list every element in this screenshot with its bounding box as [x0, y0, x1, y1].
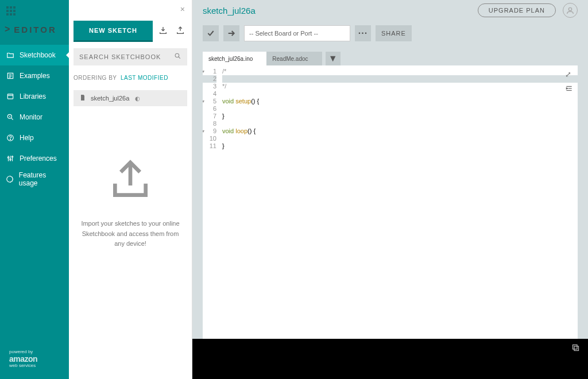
- svg-rect-1: [10, 6, 12, 9]
- sidebar-item-help[interactable]: Help: [0, 127, 69, 148]
- share-button[interactable]: SHARE: [376, 25, 412, 41]
- svg-rect-5: [13, 10, 16, 12]
- sketch-list-item[interactable]: sketch_jul26a ◐: [74, 90, 187, 106]
- new-sketch-button[interactable]: NEW SKETCH: [74, 21, 153, 40]
- code-line[interactable]: }: [222, 113, 578, 120]
- export-icon[interactable]: [173, 21, 187, 40]
- svg-rect-3: [6, 10, 9, 12]
- sketch-title: sketch_jul26a: [203, 6, 471, 16]
- list-icon: [6, 72, 15, 80]
- svg-point-24: [10, 159, 11, 160]
- svg-point-19: [10, 139, 11, 140]
- code-line[interactable]: [222, 105, 578, 113]
- svg-rect-7: [10, 13, 12, 16]
- code-line[interactable]: void setup() {: [222, 98, 578, 105]
- apps-icon[interactable]: [0, 0, 69, 18]
- brand-label: amazon: [9, 355, 63, 363]
- editor-side-controls: ⤢: [565, 70, 573, 94]
- code-line[interactable]: }: [222, 142, 578, 150]
- sidebar-item-monitor[interactable]: Monitor: [0, 107, 69, 127]
- code-area[interactable]: /**/void setup() { }void loop() { }: [219, 65, 578, 339]
- search-sketchbook[interactable]: [74, 48, 187, 65]
- sidebar-item-label: Sketchbook: [20, 51, 56, 59]
- svg-rect-34: [573, 345, 578, 350]
- upload-button[interactable]: [223, 25, 239, 41]
- sidebar-item-sketchbook[interactable]: Sketchbook: [0, 45, 69, 65]
- sidebar-item-label: Libraries: [20, 92, 46, 100]
- sketch-item-label: sketch_jul26a: [91, 95, 129, 102]
- close-panel-icon[interactable]: ×: [180, 5, 185, 14]
- line-number: 9: [203, 127, 216, 135]
- code-line[interactable]: /*: [222, 68, 578, 75]
- code-line[interactable]: [222, 135, 578, 142]
- line-number: 11: [203, 142, 216, 150]
- panel-toprow: NEW SKETCH: [74, 21, 187, 40]
- svg-rect-33: [574, 346, 579, 351]
- code-editor[interactable]: 1234567891011 /**/void setup() { }void l…: [203, 65, 578, 339]
- svg-rect-13: [7, 94, 13, 99]
- fullscreen-icon[interactable]: ⤢: [565, 70, 573, 79]
- svg-line-28: [179, 57, 180, 59]
- tab-sketch-ino[interactable]: sketch_jul26a.ino: [203, 52, 266, 65]
- sidebar: > EDITOR Sketchbook Examples Libraries: [0, 0, 69, 379]
- import-icon[interactable]: [156, 21, 170, 40]
- svg-line-16: [11, 118, 13, 119]
- ordering-link[interactable]: LAST MODIFIED: [121, 75, 168, 81]
- editor-area: sketch_jul26a UPGRADE PLAN -- Select Boa…: [192, 0, 588, 379]
- help-icon: [6, 134, 15, 142]
- sidebar-item-libraries[interactable]: Libraries: [0, 86, 69, 107]
- code-line[interactable]: */: [222, 83, 578, 90]
- sidebar-item-preferences[interactable]: Preferences: [0, 148, 69, 169]
- sidebar-item-label: Features usage: [19, 171, 63, 187]
- sidebar-item-label: Monitor: [20, 113, 42, 121]
- toolbar: -- Select Board or Port -- ··· SHARE: [192, 21, 588, 46]
- line-number: 1: [203, 68, 216, 75]
- board-select[interactable]: -- Select Board or Port --: [244, 25, 350, 41]
- line-number: 10: [203, 135, 216, 142]
- line-number: 6: [203, 105, 216, 113]
- verify-button[interactable]: [203, 25, 219, 41]
- code-line[interactable]: [222, 75, 578, 83]
- line-number: 3: [203, 83, 216, 90]
- sliders-icon: [6, 154, 15, 163]
- svg-rect-0: [6, 6, 9, 9]
- svg-point-25: [11, 156, 13, 157]
- svg-point-29: [568, 7, 571, 10]
- code-line[interactable]: [222, 120, 578, 127]
- search-icon[interactable]: [174, 52, 181, 62]
- svg-point-23: [7, 157, 9, 158]
- svg-rect-8: [13, 13, 16, 16]
- sidebar-item-label: Help: [20, 134, 34, 142]
- upload-icon: [107, 157, 153, 203]
- tabs-row: sketch_jul26a.ino ReadMe.adoc ▼: [203, 52, 588, 65]
- sketch-item-menu-icon[interactable]: ◐: [135, 95, 140, 102]
- tab-readme[interactable]: ReadMe.adoc: [266, 52, 322, 65]
- copy-output-icon[interactable]: [571, 343, 580, 354]
- sidebar-nav: Sketchbook Examples Libraries Monitor He…: [0, 45, 69, 343]
- line-number: 4: [203, 90, 216, 98]
- upgrade-plan-button[interactable]: UPGRADE PLAN: [478, 3, 556, 17]
- brand-sub: web services: [9, 363, 63, 369]
- code-line[interactable]: [222, 90, 578, 98]
- sidebar-item-label: Preferences: [20, 154, 57, 163]
- magnify-icon: [6, 113, 15, 121]
- more-button[interactable]: ···: [355, 25, 371, 41]
- indent-icon[interactable]: [565, 84, 573, 94]
- line-number: 2: [203, 75, 216, 83]
- code-line[interactable]: void loop() {: [222, 127, 578, 135]
- folder-icon: [6, 51, 15, 59]
- line-number: 8: [203, 120, 216, 127]
- sidebar-item-label: Examples: [20, 72, 50, 80]
- line-gutter: 1234567891011: [203, 65, 219, 339]
- search-input[interactable]: [79, 53, 174, 60]
- editor-logo: > EDITOR: [0, 18, 69, 45]
- import-text: Import your sketches to your online Sket…: [69, 219, 192, 249]
- sidebar-footer: powered by amazon web services: [0, 343, 69, 379]
- sidebar-item-features[interactable]: Features usage: [0, 169, 69, 190]
- user-avatar[interactable]: [563, 3, 578, 18]
- tab-dropdown-icon[interactable]: ▼: [326, 52, 341, 65]
- library-icon: [6, 92, 15, 100]
- usage-icon: [6, 175, 14, 183]
- import-block: Import your sketches to your online Sket…: [69, 111, 192, 379]
- sidebar-item-examples[interactable]: Examples: [0, 65, 69, 86]
